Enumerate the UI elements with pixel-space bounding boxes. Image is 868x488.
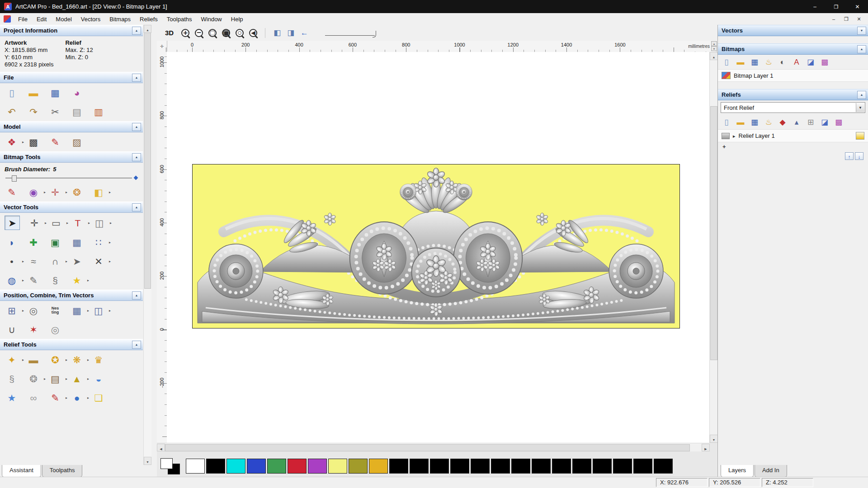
relief-lamp-icon[interactable]: ♨ [762,116,775,128]
swept-profile-icon[interactable]: § [5,372,19,385]
model-header[interactable]: Model [0,121,143,132]
mirror-vectors-icon[interactable]: ◫▸ [92,216,107,230]
color-swatch[interactable] [450,459,469,474]
units-spinner[interactable] [711,41,717,51]
ruler-origin-icon[interactable] [157,41,167,52]
sculpting-icon[interactable]: ✎ [48,135,62,149]
star-relief-icon[interactable]: ★ [5,391,19,404]
scrollbar-thumb[interactable] [165,444,690,451]
color-swatch[interactable] [369,459,388,474]
close-button[interactable] [847,0,868,13]
face-wizard-icon[interactable]: ▨ [70,135,84,149]
spinner-up-icon[interactable] [711,41,717,46]
vectors-panel-header[interactable]: Vectors [718,25,868,36]
sculpting-tools-icon[interactable]: ✪▸ [48,353,62,366]
fit-arc-icon[interactable]: ∪ [5,323,19,336]
shape-editor-icon[interactable]: ✦▸ [5,353,19,366]
color-swatch[interactable] [511,459,530,474]
paint-icon[interactable]: ✎ [5,185,19,199]
collapse-icon[interactable] [132,27,141,35]
colour-picker-icon[interactable]: ✛▸ [48,185,62,199]
minimize-button[interactable] [804,0,826,13]
bitmap-wizard-icon[interactable]: ♨ [762,56,775,68]
menu-file[interactable]: File [14,14,32,24]
collapse-icon[interactable] [857,91,866,99]
fillet-grid-icon[interactable]: ▦ [70,235,84,249]
color-swatch[interactable] [633,459,652,474]
view-3d-button[interactable]: 3D [161,28,177,38]
menu-help[interactable]: Help [226,14,248,24]
previous-view-icon[interactable]: ← [298,27,311,39]
open-relief-icon[interactable]: ▬ [734,116,747,128]
compare-ab-icon[interactable]: A [790,56,803,68]
palette-icon[interactable]: ❂ [70,185,84,199]
relief-clipart-icon[interactable]: ❖▸ [5,135,19,149]
greyscale-view-icon[interactable]: ▩ [26,135,41,149]
extrude-icon[interactable]: ▲▸ [70,372,84,385]
create-circle-icon[interactable]: ◍▸ [5,273,19,287]
scroll-down-button[interactable] [710,435,718,443]
smudge-relief-icon[interactable]: ✎▸ [48,391,62,404]
color-swatch[interactable] [267,459,286,474]
menu-model[interactable]: Model [51,14,76,24]
zoom-fit-icon[interactable]: ▣ [220,27,232,39]
redo-icon[interactable]: ↷ [26,105,41,118]
create-polygon-icon[interactable]: ➤ [70,254,84,268]
color-swatch[interactable] [572,459,591,474]
color-swatch[interactable] [328,459,347,474]
color-swatch[interactable] [308,459,327,474]
circular-array-icon[interactable]: ◎ [26,304,41,317]
new-relief-layer-icon[interactable] [856,132,864,140]
freehand-draw-icon[interactable]: ≈ [26,254,41,268]
smooth-icon[interactable]: ◆ [776,116,789,128]
save-relief-icon[interactable]: ▦ [748,116,761,128]
flood-fill-icon[interactable]: ◧▸ [91,185,106,199]
smooth-relief-icon[interactable]: ▬ [26,353,41,366]
nesting-icon[interactable]: Nes ting [48,304,62,317]
combo-dropdown-icon[interactable] [856,103,864,112]
zoom-window-icon[interactable]: □ [206,27,219,39]
primary-secondary-colour-indicator[interactable] [160,457,183,476]
move-layer-down-button[interactable] [855,152,863,160]
brush-diameter-slider[interactable] [5,174,137,182]
create-text-icon[interactable]: T▸ [71,216,85,230]
color-swatch[interactable] [613,459,632,474]
menu-reliefs[interactable]: Reliefs [135,14,162,24]
restore-button[interactable] [826,0,847,13]
color-swatch[interactable] [226,459,245,474]
redraw-view-icon[interactable]: ◨ [284,27,297,39]
weave-wizard-icon[interactable]: ❂▸ [26,372,41,385]
bitmap-layer-row[interactable]: Bitmap Layer 1 [718,70,868,82]
paste-icon[interactable]: ▥ [91,105,106,118]
color-swatch[interactable] [206,459,225,474]
menu-toolpaths[interactable]: Toolpaths [162,14,197,24]
collapse-icon[interactable] [132,341,141,349]
scale-relief-icon[interactable]: ▴ [790,116,803,128]
pan-view-icon[interactable]: ◧ [271,27,283,39]
collapse-icon[interactable] [132,74,141,82]
wrap-vectors-icon[interactable]: § [48,273,62,287]
mdi-close-button[interactable] [853,14,865,23]
select-vectors-icon[interactable]: ➤ [5,216,20,230]
horizontal-scrollbar[interactable] [157,443,710,451]
relief-library-icon[interactable]: ▤▸ [48,372,62,385]
project-information-header[interactable]: Project Information [0,25,143,36]
toolbar-slider[interactable] [325,30,375,36]
color-swatch[interactable] [532,459,551,474]
scrollbar-thumb[interactable] [710,106,717,360]
contrast-icon[interactable]: ◐ [776,56,789,68]
bitmap-to-vector-icon[interactable]: ✚ [26,235,41,249]
zoom-previous-icon[interactable]: ◂ [247,27,259,39]
color-swatch[interactable] [593,459,612,474]
zoom-out-icon[interactable]: − [193,27,205,39]
weave-relief-icon[interactable]: ∞ [26,391,41,404]
group-vectors-icon[interactable]: ◫▸ [91,304,106,317]
menu-edit[interactable]: Edit [32,14,51,24]
new-relief-icon[interactable]: ▯ [720,116,733,128]
scrollbar-thumb[interactable] [144,33,151,289]
color-swatch[interactable] [552,459,571,474]
scroll-up-button[interactable] [144,25,151,33]
move-layer-up-button[interactable] [845,152,854,160]
collapse-icon[interactable] [857,45,866,53]
assistant-scrollbar[interactable] [143,25,151,465]
